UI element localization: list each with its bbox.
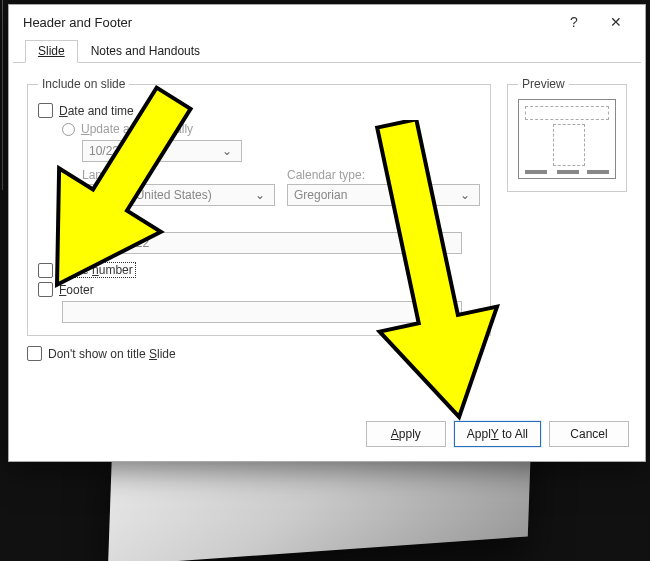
- cancel-button[interactable]: Cancel: [549, 421, 629, 447]
- update-auto-row: Update automatically: [62, 122, 480, 136]
- dialog-content: Include on slide Date and time Update au…: [9, 63, 645, 411]
- preview-title-placeholder: [525, 106, 609, 120]
- slide-number-row: Slide number: [38, 262, 480, 278]
- right-column: Preview: [507, 77, 627, 405]
- preview-group: Preview: [507, 77, 627, 192]
- fixed-radio[interactable]: [62, 215, 75, 228]
- auto-date-field: 10/22/2022 ⌄: [82, 140, 242, 162]
- update-auto-radio[interactable]: [62, 123, 75, 136]
- close-icon: ✕: [610, 14, 622, 30]
- chevron-down-icon: ⌄: [252, 188, 268, 202]
- tab-notes-handouts[interactable]: Notes and Handouts: [78, 40, 213, 63]
- footer-label: Footer: [59, 283, 94, 297]
- auto-date-value: 10/22/2022: [89, 144, 149, 158]
- calendar-combo[interactable]: Gregorian ⌄: [287, 184, 480, 206]
- auto-date-combo[interactable]: 10/22/2022 ⌄: [82, 140, 242, 162]
- preview-thumbnail: [518, 99, 616, 179]
- preview-footer-center: [557, 170, 579, 174]
- tab-slide[interactable]: Slide: [25, 40, 78, 63]
- apply-to-all-label: ApplY to All: [467, 427, 528, 441]
- fixed-row: Fixed: [62, 214, 480, 228]
- chevron-down-icon: ⌄: [457, 188, 473, 202]
- fixed-date-value: 10/22/2022: [89, 236, 149, 250]
- language-combo[interactable]: English (United States) ⌄: [82, 184, 275, 206]
- footer-row: Footer: [38, 282, 480, 297]
- date-time-checkbox[interactable]: [38, 103, 53, 118]
- header-footer-dialog: Header and Footer ? ✕ Slide Notes and Ha…: [8, 4, 646, 462]
- include-on-slide-group: Include on slide Date and time Update au…: [27, 77, 491, 336]
- language-value: English (United States): [89, 188, 212, 202]
- tab-slide-label: Slide: [38, 44, 65, 58]
- help-icon: ?: [570, 14, 578, 30]
- footer-field-wrap: [62, 301, 480, 323]
- apply-button[interactable]: Apply: [366, 421, 446, 447]
- fixed-date-input[interactable]: 10/22/2022: [82, 232, 462, 254]
- preview-body-placeholder: [553, 124, 585, 166]
- slide-number-label: Slide number: [59, 262, 136, 278]
- preview-footer-right: [587, 170, 609, 174]
- update-auto-label: Update automatically: [81, 122, 193, 136]
- slide-number-checkbox[interactable]: [38, 263, 53, 278]
- apply-to-all-button[interactable]: ApplY to All: [454, 421, 541, 447]
- tab-strip: Slide Notes and Handouts: [13, 39, 641, 63]
- calendar-label: Calendar type:: [287, 168, 480, 182]
- calendar-value: Gregorian: [294, 188, 347, 202]
- dont-show-row: Don't show on title Slide: [27, 346, 491, 361]
- dont-show-label: Don't show on title Slide: [48, 347, 176, 361]
- footer-input[interactable]: [62, 301, 462, 323]
- chevron-down-icon: ⌄: [219, 144, 235, 158]
- date-time-row: Date and time: [38, 103, 480, 118]
- dont-show-checkbox[interactable]: [27, 346, 42, 361]
- dialog-buttons: Apply ApplY to All Cancel: [9, 411, 645, 461]
- tab-notes-label: Notes and Handouts: [91, 44, 200, 58]
- dialog-title: Header and Footer: [23, 15, 553, 30]
- help-button[interactable]: ?: [553, 7, 595, 37]
- title-bar: Header and Footer ? ✕: [9, 5, 645, 39]
- side-bar-sliver: [0, 0, 3, 190]
- left-column: Include on slide Date and time Update au…: [27, 77, 491, 405]
- close-button[interactable]: ✕: [595, 7, 637, 37]
- lang-cal-row: Language: English (United States) ⌄ Cale…: [82, 162, 480, 206]
- cancel-label: Cancel: [570, 427, 607, 441]
- date-time-label: Date and time: [59, 104, 134, 118]
- fixed-label: Fixed: [81, 214, 110, 228]
- fixed-field-wrap: 10/22/2022: [82, 232, 480, 254]
- preview-legend: Preview: [518, 77, 569, 91]
- apply-label: Apply: [391, 427, 421, 441]
- footer-checkbox[interactable]: [38, 282, 53, 297]
- preview-footer-left: [525, 170, 547, 174]
- language-label: Language:: [82, 168, 275, 182]
- include-legend: Include on slide: [38, 77, 129, 91]
